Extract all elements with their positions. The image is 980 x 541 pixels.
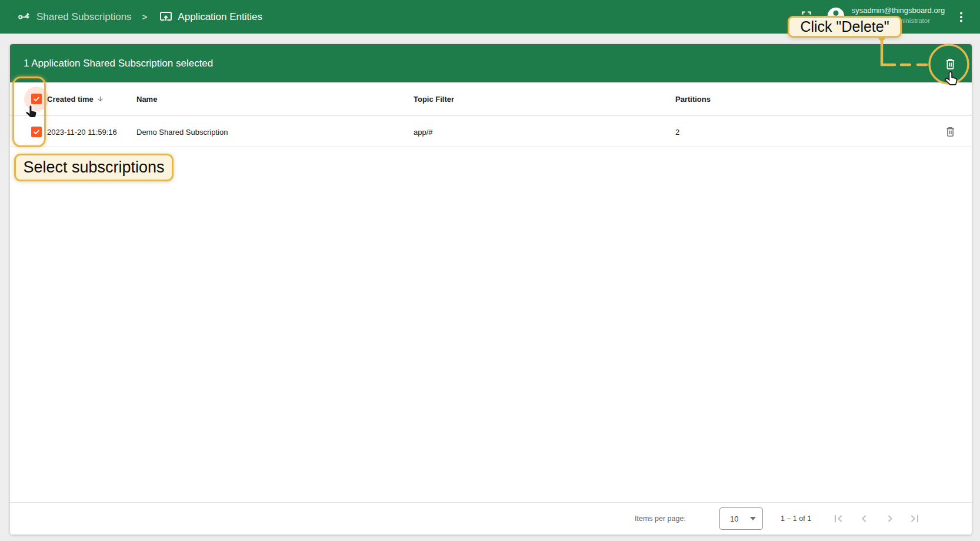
select-all-checkbox[interactable]	[31, 94, 42, 104]
selection-count-text: 1 Application Shared Subscription select…	[24, 58, 213, 69]
user-email: sysadmin@thingsboard.org	[852, 5, 945, 16]
breadcrumb: Shared Subscriptions > Application Entit…	[0, 10, 262, 24]
delete-selected-button[interactable]	[938, 52, 962, 75]
cell-created-time: 2023-11-20 11:59:16	[47, 127, 117, 136]
first-page-icon	[831, 512, 845, 526]
breadcrumb-current: Application Entities	[178, 11, 262, 23]
cell-name: Demo Shared Subscription	[136, 127, 228, 136]
column-header-created-time[interactable]: Created time	[47, 95, 104, 104]
column-header-topic-filter[interactable]: Topic Filter	[414, 95, 454, 104]
row-delete-button[interactable]	[939, 121, 961, 142]
more-vert-icon[interactable]	[953, 9, 969, 25]
chevron-right-icon	[883, 512, 897, 526]
application-entities-icon	[159, 10, 173, 24]
cell-topic-filter: app/#	[414, 127, 433, 136]
page-range-label: 1 – 1 of 1	[781, 515, 811, 523]
cell-partitions: 2	[675, 127, 679, 136]
last-page-icon	[908, 512, 922, 526]
previous-page-button[interactable]	[856, 510, 872, 527]
items-per-page-select[interactable]: 10	[719, 507, 763, 530]
click-delete-callout: Click "Delete"	[788, 16, 902, 38]
selection-toolbar: 1 Application Shared Subscription select…	[10, 44, 972, 82]
column-header-name[interactable]: Name	[136, 95, 157, 104]
breadcrumb-parent-link[interactable]: Shared Subscriptions	[36, 11, 132, 23]
items-per-page-label: Items per page:	[635, 515, 686, 523]
select-subscriptions-callout: Select subscriptions	[14, 154, 174, 181]
trash-icon	[944, 125, 956, 138]
chevron-left-icon	[857, 512, 871, 526]
column-header-partitions[interactable]: Partitions	[675, 95, 711, 104]
checkbox-checked-icon	[31, 127, 42, 137]
row-checkbox[interactable]	[31, 127, 42, 137]
entities-table-card: 1 Application Shared Subscription select…	[10, 44, 972, 535]
first-page-button[interactable]	[830, 510, 846, 527]
trash-icon	[944, 57, 957, 71]
items-per-page-value: 10	[730, 515, 738, 523]
chevron-down-icon	[750, 517, 756, 520]
last-page-button[interactable]	[906, 510, 923, 527]
shared-subscriptions-icon	[18, 10, 32, 24]
sort-desc-arrow-icon	[96, 95, 104, 103]
paginator: Items per page: 10 1 – 1 of 1	[10, 502, 972, 535]
breadcrumb-separator: >	[142, 12, 148, 22]
table-row[interactable]: 2023-11-20 11:59:16 Demo Shared Subscrip…	[10, 117, 972, 147]
checkbox-checked-icon	[31, 94, 42, 104]
next-page-button[interactable]	[882, 510, 898, 527]
table-header-row: Created time Name Topic Filter Partition…	[10, 82, 972, 116]
